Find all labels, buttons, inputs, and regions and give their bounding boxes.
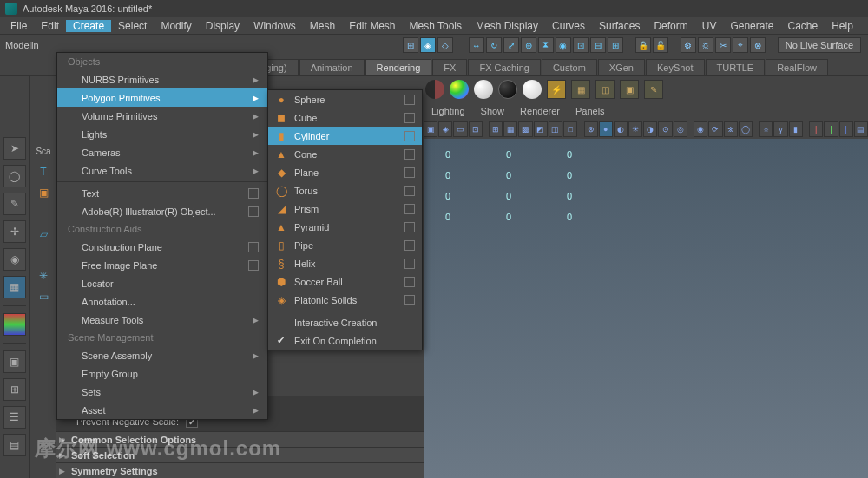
move-icon[interactable]: ↔ (469, 37, 484, 53)
vp-menu-renderer[interactable]: Renderer (512, 106, 568, 116)
expander-soft-selection[interactable]: ▶Soft Selection (56, 447, 424, 462)
expander-common-selection[interactable]: ▶Common Selection Options (56, 431, 424, 447)
menu-help[interactable]: Help (825, 20, 860, 32)
vp-hud-icon[interactable]: ▤ (854, 121, 868, 137)
menuitem-curve-tools[interactable]: Curve Tools▶ (57, 161, 267, 180)
live-surface[interactable]: No Live Surface (778, 37, 861, 53)
vp-aa-icon[interactable]: ※ (724, 121, 738, 137)
menu-file[interactable]: File (3, 20, 34, 32)
menuitem-text[interactable]: Text (57, 184, 267, 202)
menu-deform[interactable]: Deform (647, 20, 694, 32)
submenu-helix[interactable]: §Helix (268, 254, 422, 272)
menu-mesh-display[interactable]: Mesh Display (469, 20, 545, 32)
submenu-cone[interactable]: ▲Cone (268, 145, 422, 163)
tab-fx[interactable]: FX (432, 59, 467, 75)
menu-surfaces[interactable]: Surfaces (592, 20, 647, 32)
soft-icon[interactable]: ◉ (556, 37, 571, 53)
menu-uv[interactable]: UV (695, 20, 724, 32)
select-tool-icon[interactable]: ➤ (3, 137, 26, 160)
vp-textured-icon[interactable]: ◐ (614, 121, 628, 137)
menu-cache[interactable]: Cache (780, 20, 825, 32)
submenu-pyramid[interactable]: ▲Pyramid (268, 218, 422, 236)
submenu-prism[interactable]: ◢Prism (268, 200, 422, 218)
menuitem-construction-plane[interactable]: Construction Plane (57, 238, 267, 256)
menuitem-illustrator[interactable]: Adobe(R) Illustrator(R) Object... (57, 202, 267, 220)
menu-edit[interactable]: Edit (34, 20, 66, 32)
render-settings-icon[interactable]: ⚡ (547, 80, 566, 99)
menuitem-scene-assembly[interactable]: Scene Assembly▶ (57, 346, 267, 364)
tab-rendering[interactable]: Rendering (365, 59, 432, 75)
vp-film-gate-icon[interactable]: ▦ (503, 121, 517, 137)
expander-symmetry[interactable]: ▶Symmetry Settings (56, 462, 424, 478)
submenu-cylinder[interactable]: ▮Cylinder (268, 127, 422, 145)
text-icon[interactable]: T (35, 163, 52, 180)
menu-create[interactable]: Create (66, 20, 111, 32)
menuitem-nurbs-primitives[interactable]: NURBS Primitives▶ (57, 70, 267, 88)
vp-bookmark-icon[interactable]: ◈ (438, 121, 452, 137)
construct3-icon[interactable]: ✂ (715, 37, 731, 53)
vp-select-camera-icon[interactable]: ▣ (424, 121, 437, 137)
layout-outliner-icon[interactable]: ☰ (3, 406, 26, 429)
batch-render-icon[interactable]: ▦ (571, 80, 590, 99)
vp-grid-icon[interactable]: ⊞ (489, 121, 503, 137)
menu-curves[interactable]: Curves (545, 20, 592, 32)
construct2-icon[interactable]: ⛭ (698, 37, 713, 53)
annotation-icon[interactable]: ▭ (35, 288, 52, 305)
vp-res-gate-icon[interactable]: ▩ (518, 121, 532, 137)
menu-generate[interactable]: Generate (723, 20, 780, 32)
vp-exposure-icon[interactable]: ☼ (759, 121, 773, 137)
vp-viewtransform-icon[interactable]: ▮ (789, 121, 803, 137)
submenu-platonic[interactable]: ◈Platonic Solids (268, 291, 422, 309)
menuitem-empty-group[interactable]: Empty Group (57, 364, 267, 383)
snap-icon[interactable]: ⊡ (573, 37, 589, 53)
vp-menu-show[interactable]: Show (473, 106, 513, 116)
vp-field-icon[interactable]: ◫ (549, 121, 562, 137)
lasso-tool-icon[interactable]: ◯ (3, 165, 26, 187)
vp-gate-mask-icon[interactable]: ◩ (534, 121, 548, 137)
menuitem-lights[interactable]: Lights▶ (57, 125, 267, 143)
submenu-plane[interactable]: ◆Plane (268, 163, 422, 181)
submenu-interactive-creation[interactable]: Interactive Creation (268, 313, 422, 331)
vp-dof-icon[interactable]: ◯ (739, 121, 753, 137)
menu-edit-mesh[interactable]: Edit Mesh (342, 20, 402, 32)
submenu-torus[interactable]: ◯Torus (268, 181, 422, 200)
vp-image-plane-icon[interactable]: ▭ (453, 121, 467, 137)
menu-windows[interactable]: Windows (247, 20, 303, 32)
menuitem-free-image-plane[interactable]: Free Image Plane (57, 256, 267, 274)
vp-menu-lighting[interactable]: Lighting (424, 106, 473, 116)
shader-split-icon[interactable] (425, 80, 444, 99)
tab-custom[interactable]: Custom (542, 59, 597, 75)
render-frame-icon[interactable]: ✎ (644, 80, 663, 99)
snap-point-icon[interactable]: ◇ (437, 37, 453, 53)
vp-light-icon[interactable]: ☀ (628, 121, 642, 137)
tab-xgen[interactable]: XGen (598, 59, 645, 75)
submenu-exit-on-completion[interactable]: ✔Exit On Completion (268, 331, 422, 350)
paint-tool-icon[interactable]: ✎ (3, 193, 26, 215)
rotate-tool-icon[interactable]: ◉ (3, 248, 26, 271)
menuitem-annotation[interactable]: Annotation... (57, 292, 267, 311)
vp-shadow-icon[interactable]: ◑ (643, 121, 657, 137)
vp-yaxis-icon[interactable]: | (824, 121, 838, 137)
vp-2d-icon[interactable]: ⊡ (469, 121, 483, 137)
submenu-sphere[interactable]: ●Sphere (268, 90, 422, 108)
viewport[interactable]: 000 000 000 000 (424, 139, 868, 478)
unlock-icon[interactable]: 🔓 (653, 37, 668, 53)
locator-icon[interactable]: ✳ (35, 267, 52, 285)
shader-black-icon[interactable] (498, 80, 517, 99)
menuitem-polygon-primitives[interactable]: Polygon Primitives▶ (57, 88, 267, 107)
menu-modify[interactable]: Modify (154, 20, 198, 32)
submenu-cube[interactable]: ◼Cube (268, 108, 422, 127)
lock-icon[interactable]: 🔒 (635, 37, 651, 53)
plane-icon[interactable]: ▱ (35, 226, 52, 243)
vp-shaded-icon[interactable]: ● (599, 121, 613, 137)
menuitem-sets[interactable]: Sets▶ (57, 383, 267, 401)
vp-motion-icon[interactable]: ⟳ (708, 121, 722, 137)
vp-xray-icon[interactable]: ⊙ (658, 121, 672, 137)
menuitem-locator[interactable]: Locator (57, 274, 267, 292)
vp-xaxis-icon[interactable]: | (809, 121, 823, 137)
shader-ramp-icon[interactable] (450, 80, 469, 99)
vp-safe-icon[interactable]: □ (563, 121, 577, 137)
workspace-selector[interactable]: Modelin (5, 40, 48, 50)
layout-persp-icon[interactable]: ▤ (3, 434, 26, 456)
tab-fxcaching[interactable]: FX Caching (468, 59, 540, 75)
